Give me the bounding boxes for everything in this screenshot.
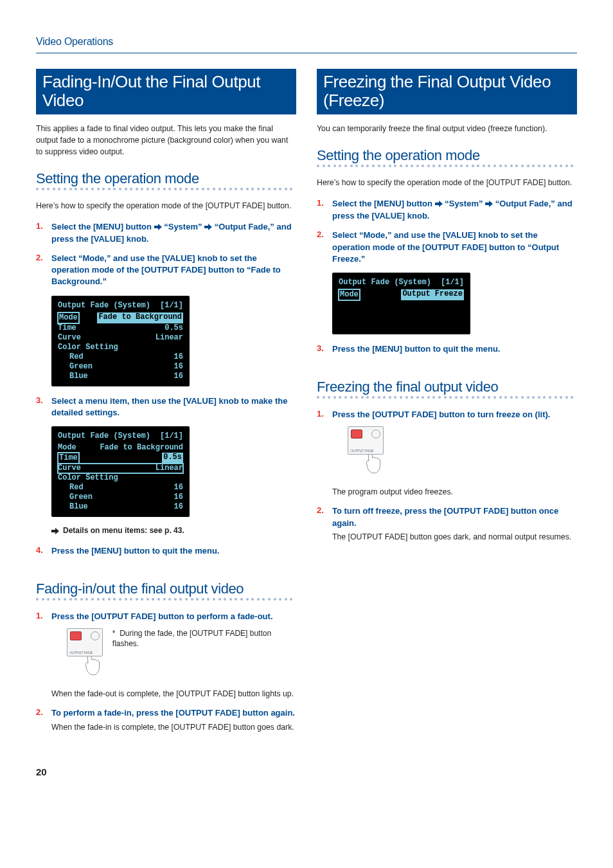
arrow-icon bbox=[204, 222, 212, 233]
step-text: Press the [OUTPUT FADE] button to turn f… bbox=[332, 409, 577, 420]
step-number: 3. bbox=[36, 395, 46, 419]
lcd-screenshot-1: Output Fade (System)[1/1] ModeFade to Ba… bbox=[51, 296, 190, 386]
step-after-text: When the fade-in is complete, the [OUTPU… bbox=[51, 722, 296, 734]
two-column-layout: Fading-In/Out the Final Output Video Thi… bbox=[36, 69, 577, 741]
dotted-divider bbox=[317, 396, 577, 400]
subheading-setting-mode: Setting the operation mode bbox=[36, 171, 296, 186]
step-number: 2. bbox=[317, 230, 327, 265]
step-after-text: The [OUTPUT FADE] button goes dark, and … bbox=[332, 532, 577, 543]
step-text: Select the [MENU] button “System” “Outpu… bbox=[332, 198, 577, 222]
dotted-divider bbox=[36, 598, 296, 602]
step-number: 4. bbox=[36, 545, 46, 557]
step-text: Press the [OUTPUT FADE] button to perfor… bbox=[51, 611, 296, 622]
lcd-title: Output Fade (System) bbox=[58, 431, 150, 440]
lcd-title: Output Fade (System) bbox=[58, 301, 150, 310]
breadcrumb: Video Operations bbox=[36, 36, 577, 48]
step-number: 3. bbox=[317, 343, 327, 355]
intro-text: You can temporarily freeze the final out… bbox=[317, 123, 577, 135]
arrow-icon bbox=[154, 222, 162, 233]
step-1: 1. Select the [MENU] button “System” “Ou… bbox=[317, 198, 577, 222]
step-after-text: When the fade-out is complete, the [OUTP… bbox=[51, 689, 296, 700]
output-fade-button-drawing: OUTPUT FADE bbox=[67, 628, 103, 680]
lcd-page: [1/1] bbox=[160, 431, 183, 440]
step-b1: 1. Press the [OUTPUT FADE] button to per… bbox=[36, 611, 296, 700]
step-fragment: Select the [MENU] button bbox=[51, 222, 154, 231]
lead-text: Here’s how to specify the operation mode… bbox=[36, 201, 296, 212]
subheading-fading: Fading-in/out the final output video bbox=[36, 581, 296, 597]
lcd-rows: ModeOutput Freeze bbox=[339, 289, 464, 329]
page-number: 20 bbox=[36, 766, 577, 777]
step-1: 1. Select the [MENU] button “System” “Ou… bbox=[36, 221, 296, 245]
lcd-rows: ModeFade to BackgroundTime0.5sCurveLinea… bbox=[58, 312, 183, 381]
step-after-text: The program output video freezes. bbox=[332, 487, 577, 498]
section-banner-freeze: Freezing the Final Output Video (Freeze) bbox=[317, 69, 577, 114]
divider bbox=[36, 53, 577, 53]
step-number: 1. bbox=[317, 198, 327, 222]
details-link: Details on menu items: see p. 43. bbox=[51, 526, 296, 536]
step-b2: 2. To perform a fade-in, press the [OUTP… bbox=[36, 707, 296, 733]
button-caption: OUTPUT FADE bbox=[350, 449, 373, 453]
step-b2: 2. To turn off freeze, press the [OUTPUT… bbox=[317, 505, 577, 543]
lcd-screenshot-3: Output Fade (System)[1/1] ModeOutput Fre… bbox=[332, 273, 470, 334]
step-text: Press the [MENU] button to quit the menu… bbox=[51, 545, 296, 557]
right-column: Freezing the Final Output Video (Freeze)… bbox=[317, 69, 577, 741]
step-number: 2. bbox=[36, 707, 46, 733]
note-text: * During the fade, the [OUTPUT FADE] but… bbox=[112, 628, 296, 650]
step-number: 1. bbox=[36, 611, 46, 700]
step-text: Select “Mode,” and use the [VALUE] knob … bbox=[332, 230, 577, 265]
dotted-divider bbox=[36, 188, 296, 192]
step-number: 1. bbox=[317, 409, 327, 498]
button-figure: OUTPUT FADE * During the fade, the [OUTP… bbox=[67, 628, 296, 680]
step-b1: 1. Press the [OUTPUT FADE] button to tur… bbox=[317, 409, 577, 498]
step-number: 2. bbox=[317, 505, 327, 543]
subheading-setting-mode: Setting the operation mode bbox=[317, 148, 577, 163]
section-banner-fade: Fading-In/Out the Final Output Video bbox=[36, 69, 296, 114]
arrow-icon bbox=[435, 199, 443, 210]
lead-text: Here’s how to specify the operation mode… bbox=[317, 177, 577, 189]
step-fragment: Select the [MENU] button bbox=[332, 199, 435, 208]
lcd-screenshot-2: Output Fade (System)[1/1] ModeFade to Ba… bbox=[51, 426, 190, 517]
arrow-icon bbox=[51, 527, 59, 536]
step-3: 3. Select a menu item, then use the [VAL… bbox=[36, 395, 296, 419]
step-2: 2. Select “Mode,” and use the [VALUE] kn… bbox=[36, 253, 296, 288]
button-caption: OUTPUT FADE bbox=[69, 651, 93, 655]
step-4: 4. Press the [MENU] button to quit the m… bbox=[36, 545, 296, 557]
lcd-page: [1/1] bbox=[160, 301, 183, 310]
lcd-page: [1/1] bbox=[441, 278, 464, 287]
step-number: 2. bbox=[36, 253, 46, 288]
subheading-freezing: Freezing the final output video bbox=[317, 379, 577, 395]
step-text: Select the [MENU] button “System” “Outpu… bbox=[51, 221, 296, 245]
step-text: To turn off freeze, press the [OUTPUT FA… bbox=[332, 505, 577, 529]
details-text: Details on menu items: see p. 43. bbox=[63, 526, 184, 535]
step-3: 3. Press the [MENU] button to quit the m… bbox=[317, 343, 577, 355]
lcd-title: Output Fade (System) bbox=[339, 278, 431, 287]
step-text: To perform a fade-in, press the [OUTPUT … bbox=[51, 707, 296, 719]
dotted-divider bbox=[317, 165, 577, 168]
step-text: Select a menu item, then use the [VALUE]… bbox=[51, 395, 296, 419]
button-figure: OUTPUT FADE bbox=[348, 426, 577, 478]
step-fragment: “System” bbox=[162, 222, 204, 231]
lcd-rows: ModeFade to BackgroundTime0.5sCurveLinea… bbox=[58, 443, 183, 512]
step-text: Select “Mode,” and use the [VALUE] knob … bbox=[51, 253, 296, 288]
output-fade-button-drawing: OUTPUT FADE bbox=[348, 426, 385, 478]
step-fragment: “System” bbox=[443, 199, 485, 208]
step-text: Press the [MENU] button to quit the menu… bbox=[332, 343, 577, 355]
intro-text: This applies a fade to final video outpu… bbox=[36, 123, 296, 158]
step-2: 2. Select “Mode,” and use the [VALUE] kn… bbox=[317, 230, 577, 265]
step-number: 1. bbox=[36, 221, 46, 245]
arrow-icon bbox=[485, 199, 493, 210]
left-column: Fading-In/Out the Final Output Video Thi… bbox=[36, 69, 296, 741]
